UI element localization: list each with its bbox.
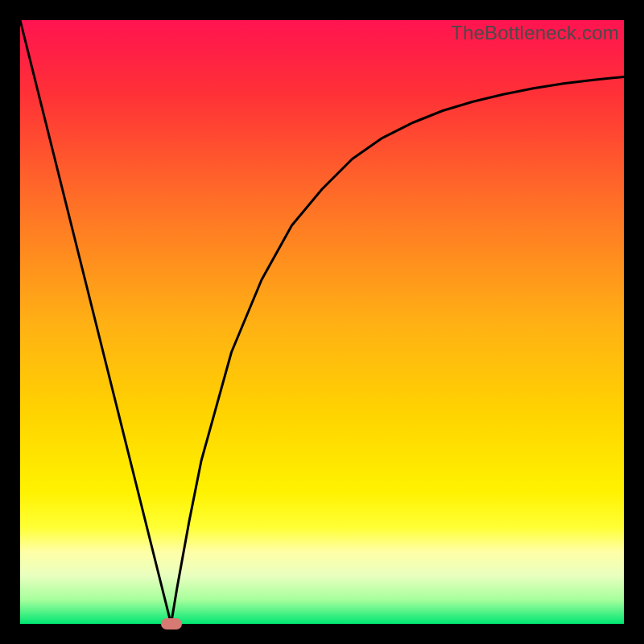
bottleneck-curve [20, 20, 624, 624]
chart-curve-layer [20, 20, 624, 624]
minimum-marker [161, 618, 182, 630]
chart-frame: TheBottleneck.com [20, 20, 624, 624]
